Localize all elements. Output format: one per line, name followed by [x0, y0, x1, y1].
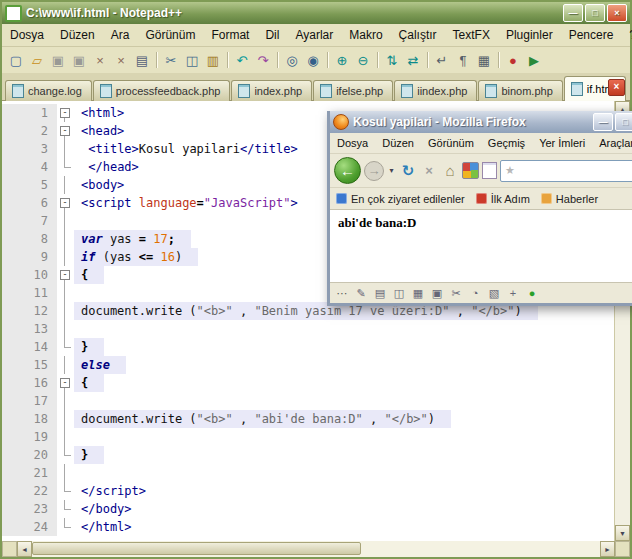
code-text[interactable]: <script language="JavaScript"> [74, 194, 298, 212]
print-icon[interactable]: ▤ [132, 50, 152, 70]
scroll-left-button[interactable]: ◄ [17, 541, 32, 557]
editor-tab[interactable]: index.php [231, 80, 312, 101]
code-text[interactable]: </body> [74, 500, 132, 518]
scroll-down-button[interactable]: ▼ [615, 525, 630, 541]
editor-tab[interactable]: change.log [5, 80, 92, 101]
code-text[interactable] [74, 428, 81, 446]
speed-dial-icon[interactable] [462, 162, 479, 179]
minimize-button[interactable]: — [563, 4, 583, 22]
stop-button[interactable]: × [420, 162, 438, 180]
addon-icon-3[interactable]: ◫ [392, 287, 406, 300]
code-text[interactable] [74, 320, 81, 338]
menu-item[interactable]: Pencere [561, 25, 622, 45]
location-bar[interactable]: ★ [500, 160, 632, 182]
menu-item[interactable]: Araçlar [592, 135, 632, 151]
code-text[interactable]: { [74, 266, 104, 284]
close-tab-button[interactable]: × [608, 79, 625, 96]
menu-item[interactable]: ? [621, 25, 632, 45]
addon-icon-2[interactable]: ▤ [373, 287, 387, 300]
menu-item[interactable]: Format [203, 25, 257, 45]
code-text[interactable]: </html> [74, 518, 132, 536]
macro-record-icon[interactable]: ● [503, 50, 523, 70]
fold-marker[interactable] [57, 122, 74, 140]
menu-item[interactable]: Düzen [375, 135, 421, 151]
editor-tab[interactable]: ifelse.php [313, 80, 393, 101]
addon-icon-9[interactable]: + [506, 287, 520, 299]
new-page-icon[interactable] [482, 162, 497, 179]
code-text[interactable]: <title>Kosul yapilari</title> [74, 140, 298, 158]
new-file-icon[interactable]: ▢ [6, 50, 26, 70]
zoom-in-icon[interactable]: ⊕ [332, 50, 352, 70]
sync-vertical-icon[interactable]: ⇅ [382, 50, 402, 70]
menu-item[interactable]: Görünüm [421, 135, 481, 151]
addon-status-icon[interactable]: ● [525, 287, 539, 299]
find-icon[interactable]: ◎ [282, 50, 302, 70]
hscroll-thumb[interactable] [32, 542, 361, 555]
code-text[interactable]: if (yas <= 16) [74, 248, 198, 266]
close-button[interactable]: × [607, 4, 627, 22]
code-text[interactable]: document.write ("<b>" , "abi'de bana:D" … [74, 410, 451, 428]
menu-item[interactable]: Makro [341, 25, 390, 45]
close-all-icon[interactable]: × [111, 50, 131, 70]
reload-button[interactable]: ↻ [399, 162, 417, 180]
undo-icon[interactable]: ↶ [232, 50, 252, 70]
code-text[interactable] [74, 212, 81, 230]
forward-button[interactable]: → [364, 161, 384, 181]
menu-item[interactable]: Ayarlar [287, 25, 341, 45]
overflow-menu-icon[interactable]: ⋯ [335, 287, 349, 300]
code-text[interactable]: <body> [74, 176, 124, 194]
code-text[interactable] [74, 464, 81, 482]
menu-item[interactable]: Dosya [2, 25, 52, 45]
addon-icon-5[interactable]: ▣ [430, 287, 444, 300]
redo-icon[interactable]: ↷ [253, 50, 273, 70]
code-text[interactable]: } [74, 446, 104, 464]
zoom-out-icon[interactable]: ⊖ [353, 50, 373, 70]
save-icon[interactable]: ▣ [48, 50, 68, 70]
addon-icon-8[interactable]: ▧ [487, 287, 501, 300]
bookmark-item[interactable]: Haberler [541, 193, 598, 205]
code-text[interactable]: } [74, 338, 104, 356]
fold-marker[interactable] [57, 266, 74, 284]
code-text[interactable]: { [74, 374, 104, 392]
menu-item[interactable]: Yer İmleri [532, 135, 592, 151]
code-text[interactable]: </head> [74, 158, 139, 176]
maximize-button[interactable]: □ [615, 113, 632, 131]
menu-item[interactable]: Ara [103, 25, 138, 45]
scroll-right-button[interactable]: ► [600, 541, 615, 557]
fold-marker[interactable] [57, 104, 74, 122]
ff-title-bar[interactable]: Kosul yapilari - Mozilla Firefox —□× [330, 111, 632, 133]
show-all-chars-icon[interactable]: ¶ [453, 50, 473, 70]
menu-item[interactable]: Pluginler [498, 25, 561, 45]
code-text[interactable]: <head> [74, 122, 124, 140]
fold-marker[interactable] [57, 374, 74, 392]
copy-icon[interactable]: ◫ [182, 50, 202, 70]
code-text[interactable] [74, 284, 81, 302]
code-text[interactable]: </script> [74, 482, 146, 500]
code-text[interactable] [74, 392, 81, 410]
addon-icon-6[interactable]: ✂ [449, 287, 463, 300]
menu-item[interactable]: TextFX [445, 25, 498, 45]
macro-play-icon[interactable]: ▶ [524, 50, 544, 70]
cut-icon[interactable]: ✂ [161, 50, 181, 70]
bookmark-item[interactable]: İlk Adım [476, 193, 530, 205]
back-history-dropdown[interactable]: ▾ [387, 162, 396, 180]
code-text[interactable]: <html> [74, 104, 124, 122]
menu-item[interactable]: Geçmiş [481, 135, 532, 151]
sync-horizontal-icon[interactable]: ⇄ [403, 50, 423, 70]
editor-tab[interactable]: iindex.php [394, 80, 477, 101]
indent-guide-icon[interactable]: ▦ [474, 50, 494, 70]
menu-item[interactable]: Düzen [52, 25, 103, 45]
menu-item[interactable]: Dil [257, 25, 287, 45]
fold-marker[interactable] [57, 194, 74, 212]
addon-icon-1[interactable]: ✎ [354, 287, 368, 300]
menu-item[interactable]: Görünüm [137, 25, 203, 45]
home-button[interactable]: ⌂ [441, 162, 459, 180]
open-folder-icon[interactable]: ▱ [27, 50, 47, 70]
paste-icon[interactable]: ▥ [203, 50, 223, 70]
close-file-icon[interactable]: × [90, 50, 110, 70]
addon-icon-4[interactable]: ▦ [411, 287, 425, 300]
editor-tab[interactable]: processfeedback.php [93, 80, 231, 101]
replace-icon[interactable]: ◉ [303, 50, 323, 70]
editor-tab[interactable]: binom.php [478, 80, 562, 101]
menu-item[interactable]: Çalıştır [391, 25, 445, 45]
